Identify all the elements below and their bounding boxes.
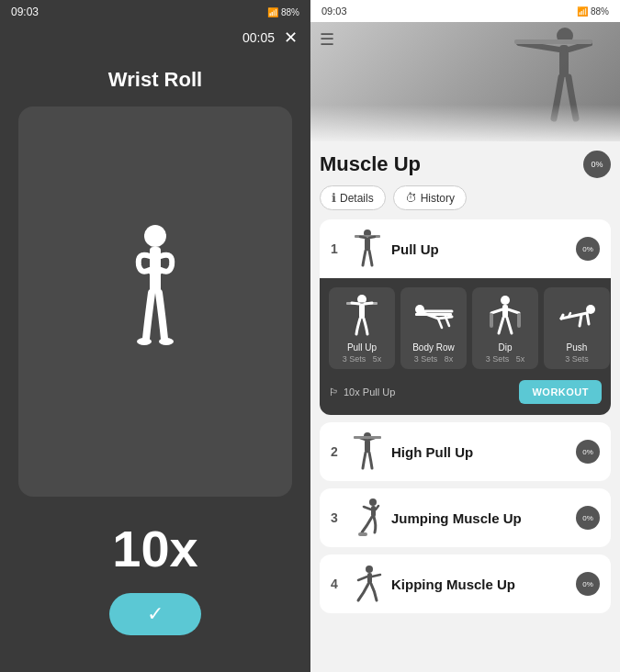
exercise-pct-4: 0% xyxy=(576,572,600,596)
kipping-figure xyxy=(351,564,384,604)
check-button-container: ✓ xyxy=(0,593,310,635)
svg-point-2 xyxy=(148,265,163,276)
sub-ex-name-dip: Dip xyxy=(498,342,512,353)
workout-title: Muscle Up xyxy=(320,152,421,176)
exercise-num-3: 3 xyxy=(331,510,344,525)
sub-ex-sets-bodyrow: 3 Sets 8x xyxy=(414,354,454,364)
menu-icon[interactable]: ☰ xyxy=(320,29,334,50)
tab-history[interactable]: ⏱ History xyxy=(393,185,467,210)
jumping-figure xyxy=(351,498,384,538)
exercise-name-3: Jumping Muscle Up xyxy=(391,510,569,526)
right-status-bar: 09:03 📶 88% xyxy=(310,0,620,22)
exercise-row-4[interactable]: 4 Kipping Muscle Up 0% xyxy=(320,554,611,613)
svg-rect-24 xyxy=(354,436,381,439)
svg-rect-21 xyxy=(517,313,521,328)
wrist-roll-figure xyxy=(118,219,192,385)
right-content: Muscle Up 0% ℹ Details ⏱ History 1 xyxy=(310,141,620,672)
hero-overlay xyxy=(310,105,620,141)
svg-point-26 xyxy=(369,498,377,506)
workout-button[interactable]: WORKOUT xyxy=(519,380,602,404)
exercise-row-3[interactable]: 3 Jumping Muscle Up 0% xyxy=(320,488,611,547)
right-time: 09:03 xyxy=(321,6,347,17)
svg-rect-7 xyxy=(514,39,592,44)
workout-info: 🏳 10x Pull Up xyxy=(329,386,395,398)
svg-rect-30 xyxy=(367,573,372,584)
exercise-card-3: 3 Jumping Muscle Up 0% xyxy=(320,488,611,547)
exercise-figure-area xyxy=(18,106,292,497)
tab-row: ℹ Details ⏱ History xyxy=(320,185,611,210)
sub-ex-sets-dip: 3 Sets 5x xyxy=(486,354,525,364)
exercise-card-4: 4 Kipping Muscle Up 0% xyxy=(320,554,611,613)
svg-point-29 xyxy=(366,566,373,573)
svg-rect-11 xyxy=(355,235,380,238)
svg-rect-28 xyxy=(358,532,367,536)
sub-exercises: Pull Up 3 Sets 5x xyxy=(329,287,602,369)
overall-progress: 0% xyxy=(583,151,611,178)
left-status-bar: 09:03 📶 88% xyxy=(0,0,310,24)
svg-point-3 xyxy=(137,338,152,345)
exercise-name-2: High Pull Up xyxy=(391,444,569,460)
svg-rect-12 xyxy=(365,238,370,251)
exercise-title: Wrist Roll xyxy=(0,68,310,92)
exercise-row-2[interactable]: 2 High Pull Up 0% xyxy=(320,422,611,481)
left-time: 09:03 xyxy=(11,6,39,18)
svg-rect-27 xyxy=(371,506,376,517)
exercise-name-1: Pull Up xyxy=(391,241,569,257)
exercise-name-4: Kipping Muscle Up xyxy=(391,577,569,592)
svg-rect-15 xyxy=(359,304,365,319)
exercise-pct-3: 0% xyxy=(576,506,600,530)
sub-ex-name-bodyrow: Body Row xyxy=(412,342,455,353)
rep-count: 10x xyxy=(0,519,310,578)
tab-details[interactable]: ℹ Details xyxy=(320,185,386,210)
exercise-num-2: 2 xyxy=(331,444,344,459)
right-panel: 09:03 📶 88% ☰ Muscle Up 0% xyxy=(310,0,620,672)
exercise-pct-2: 0% xyxy=(576,440,600,464)
workout-header: Muscle Up 0% xyxy=(320,151,611,178)
exercise-card-1: 1 Pull Up 0% xyxy=(320,219,611,415)
exercise-row-1[interactable]: 1 Pull Up 0% xyxy=(320,219,611,278)
left-status-icons: 📶 88% xyxy=(267,7,299,17)
exercise-num-4: 4 xyxy=(331,577,344,591)
svg-rect-19 xyxy=(502,305,508,318)
right-status-icons: 📶 88% xyxy=(577,6,609,17)
tab-history-label: History xyxy=(421,192,455,205)
svg-point-0 xyxy=(144,225,166,247)
workout-action-row: 🏳 10x Pull Up WORKOUT xyxy=(329,378,602,406)
sub-ex-name-pullup: Pull Up xyxy=(347,342,377,353)
info-icon: ℹ xyxy=(332,191,336,205)
sub-ex-sets-push: 3 Sets xyxy=(565,354,589,364)
clock-icon: ⏱ xyxy=(405,191,417,205)
hero-image: ☰ xyxy=(310,22,620,141)
sub-ex-sets-pullup: 3 Sets 5x xyxy=(343,354,382,364)
flag-icon: 🏳 xyxy=(329,386,339,398)
pullup-figure xyxy=(351,229,384,269)
left-panel: 09:03 📶 88% 00:05 ✕ Wrist Roll xyxy=(0,0,310,672)
svg-point-4 xyxy=(159,338,174,345)
exercise-pct-1: 0% xyxy=(576,237,600,261)
svg-rect-25 xyxy=(365,440,370,453)
workout-detail-1: Pull Up 3 Sets 5x xyxy=(320,278,611,415)
sub-ex-dip[interactable]: Dip 3 Sets 5x xyxy=(472,287,538,369)
svg-point-18 xyxy=(501,296,510,305)
sub-ex-bodyrow[interactable]: Body Row 3 Sets 8x xyxy=(400,287,467,369)
sub-ex-pullup[interactable]: Pull Up 3 Sets 5x xyxy=(329,287,395,369)
close-button[interactable]: ✕ xyxy=(284,28,298,48)
timer-display: 00:05 xyxy=(242,30,275,45)
check-button[interactable]: ✓ xyxy=(109,593,201,635)
highpullup-figure xyxy=(351,431,384,472)
svg-rect-20 xyxy=(490,313,493,328)
exercise-num-1: 1 xyxy=(331,241,344,256)
check-icon: ✓ xyxy=(147,602,163,626)
timer-row: 00:05 ✕ xyxy=(0,24,310,51)
tab-details-label: Details xyxy=(340,192,374,205)
exercise-card-2: 2 High Pull Up 0% xyxy=(320,422,611,481)
sub-ex-push[interactable]: Push 3 Sets xyxy=(544,287,610,369)
sub-ex-name-push: Push xyxy=(567,342,588,353)
workout-info-text: 10x Pull Up xyxy=(344,386,395,398)
